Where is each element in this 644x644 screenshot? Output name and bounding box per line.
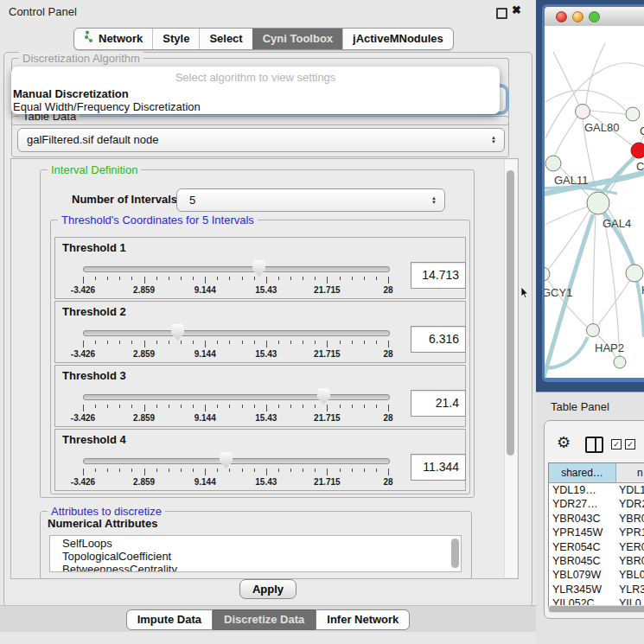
tick-label: 15.43: [255, 285, 277, 295]
numerical-attributes-label: Numerical Attributes: [48, 517, 157, 530]
float-window-icon[interactable]: [496, 8, 507, 19]
tick-mark: [242, 469, 243, 472]
table-cell[interactable]: YDR2: [615, 497, 644, 511]
tick-mark: [266, 277, 267, 284]
threshold-1-slider[interactable]: [83, 266, 390, 272]
tab-discretize-data[interactable]: Discretize Data: [213, 609, 316, 630]
node-circle-gal4[interactable]: [587, 192, 609, 214]
threshold-3-slider[interactable]: [83, 394, 390, 400]
slider-scale: -3.4262.8599.14415.4321.71528: [83, 285, 388, 295]
threshold-4-slider[interactable]: [83, 458, 390, 464]
table-hscrollbar[interactable]: [548, 605, 644, 613]
table-row[interactable]: YBR045CYBR0: [549, 554, 644, 568]
tick-mark: [364, 469, 365, 472]
table-cell[interactable]: YBR0: [615, 512, 644, 526]
list-scrollbar-thumb[interactable]: [451, 539, 459, 568]
table-row[interactable]: YDL19…YDL1: [549, 483, 644, 497]
threshold-4-slider-thumb[interactable]: [220, 452, 233, 469]
tab-cyni-toolbox[interactable]: Cyni Toolbox: [252, 29, 342, 49]
checkbox-icon[interactable]: ✓: [625, 439, 635, 450]
table-cell[interactable]: YDR27…: [549, 497, 615, 511]
threshold-2-slider[interactable]: [83, 330, 390, 336]
threshold-3-slider-thumb[interactable]: [317, 388, 330, 405]
group-title-thresholds: Threshold's Coordinates for 5 Intervals: [58, 214, 258, 226]
threshold-1-slider-thumb[interactable]: [252, 260, 265, 277]
apply-button[interactable]: Apply: [239, 579, 296, 599]
threshold-4-panel: Threshold 4 -3.4262.8599.14415.4321.7152…: [54, 429, 466, 491]
tab-impute-data[interactable]: Impute Data: [126, 609, 213, 630]
table-cell[interactable]: YBL0: [615, 568, 644, 582]
node-circle-h[interactable]: [626, 265, 643, 282]
tab-label: Select: [209, 29, 242, 49]
tick-mark: [83, 341, 84, 348]
tick-label: 21.715: [314, 413, 341, 423]
table-cell[interactable]: YLR3: [615, 583, 644, 596]
tick-mark: [303, 277, 303, 280]
tick-mark: [181, 341, 182, 344]
close-icon[interactable]: ✖: [512, 3, 521, 16]
table-row[interactable]: YER054CYER0: [549, 540, 644, 554]
table-cell[interactable]: YDL19…: [549, 483, 615, 497]
tab-network[interactable]: Network: [74, 29, 152, 49]
threshold-2-value-field[interactable]: 6.316: [411, 326, 466, 353]
table-cell[interactable]: YBR045C: [549, 554, 615, 568]
node-circle-gal11[interactable]: [545, 156, 561, 171]
node-circle-selected[interactable]: [631, 143, 644, 158]
column-header-name[interactable]: n: [616, 463, 644, 482]
table-hscrollbar-thumb[interactable]: [549, 606, 644, 612]
network-graph[interactable]: GAL80 G C GAL11 GAL4 GCY1 H HAP2: [545, 26, 644, 378]
tab-jactivemnodules[interactable]: jActiveMNodules: [342, 29, 453, 49]
node-circle[interactable]: [614, 356, 626, 368]
table-cell[interactable]: YER054C: [549, 540, 615, 554]
node-circle[interactable]: [626, 107, 640, 121]
combobox-value: 5: [189, 189, 195, 211]
tick-label: 21.715: [314, 477, 341, 487]
list-scrollbar[interactable]: [450, 536, 461, 571]
table-cell[interactable]: YER0: [615, 540, 644, 554]
table-row[interactable]: YLR345WYLR3: [549, 583, 644, 596]
table-cell[interactable]: YBR0: [615, 554, 644, 568]
node-circle-hap2[interactable]: [587, 324, 600, 337]
top-tab-bar: Network Style Select Cyni Toolbox jActiv…: [73, 28, 454, 50]
columns-icon[interactable]: [585, 437, 603, 453]
tick-label: 2.859: [133, 413, 155, 423]
network-canvas[interactable]: GAL80 G C GAL11 GAL4 GCY1 H HAP2: [545, 26, 644, 378]
table-cell[interactable]: YPR145W: [549, 526, 615, 539]
table-row[interactable]: YPR145WYPR1: [549, 526, 644, 539]
column-header-shared-name[interactable]: shared…: [549, 463, 616, 482]
table-row[interactable]: YDR27…YDR2: [549, 497, 644, 511]
tick-mark: [376, 405, 377, 408]
node-circle-gal80[interactable]: [576, 105, 590, 119]
zoom-traffic-light-icon[interactable]: [589, 11, 600, 22]
threshold-2-slider-thumb[interactable]: [171, 324, 184, 341]
panel-scrollbar[interactable]: [504, 160, 517, 577]
close-traffic-light-icon[interactable]: [556, 11, 567, 22]
gear-icon[interactable]: ⚙: [557, 433, 571, 452]
tab-infer-network[interactable]: Infer Network: [316, 609, 410, 630]
table-data-combobox[interactable]: galFiltered.sif default node ▲▼: [17, 128, 505, 152]
threshold-4-value-field[interactable]: 11.344: [411, 454, 466, 481]
tick-label: 28: [383, 349, 392, 359]
table-cell[interactable]: YLR345W: [549, 583, 615, 596]
table-row[interactable]: YBR043CYBR0: [549, 512, 644, 526]
table-row[interactable]: YBL079WYBL0: [549, 568, 644, 582]
tab-select[interactable]: Select: [199, 29, 252, 49]
table-cell[interactable]: YPR1: [615, 526, 644, 539]
list-item[interactable]: TopologicalCoefficient: [62, 550, 447, 563]
num-intervals-combobox[interactable]: 5 ▲▼: [176, 188, 445, 212]
panel-scrollbar-thumb[interactable]: [507, 170, 514, 456]
tab-style[interactable]: Style: [152, 29, 199, 49]
threshold-1-value-field[interactable]: 14.713: [411, 262, 466, 289]
threshold-3-value-field[interactable]: 21.4: [411, 390, 466, 417]
list-item[interactable]: SelfLoops: [62, 537, 447, 550]
minimize-traffic-light-icon[interactable]: [572, 11, 583, 22]
tick-mark: [193, 277, 194, 280]
dropdown-option-equal-width[interactable]: Equal Width/Frequency Discretization: [11, 100, 500, 113]
table-cell[interactable]: YDL1: [615, 483, 644, 497]
window-titlebar[interactable]: [545, 7, 644, 27]
table-cell[interactable]: YBL079W: [549, 568, 615, 582]
checkbox-icon[interactable]: ✓: [611, 439, 622, 450]
table-cell[interactable]: YBR043C: [549, 512, 615, 526]
list-item[interactable]: BetweennessCentrality: [62, 563, 447, 572]
dropdown-option-manual-discretization[interactable]: Manual Discretization: [11, 87, 500, 100]
